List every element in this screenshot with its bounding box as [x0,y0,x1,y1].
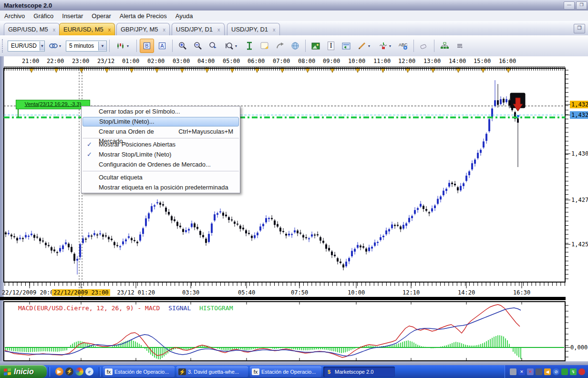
menu-item-ocultar-etiqueta[interactable]: Ocultar etiqueta [83,173,239,182]
menu-item-configuracion-ordenes[interactable]: Configuración de Ordenes de Mercado... [83,160,239,169]
menu-item-mostrar-stop-limite[interactable]: ✓Mostrar Stop/Limite (Neto) [83,150,239,159]
menu-item-cerrar-todas[interactable]: Cerrar todas por el Símbolo... [83,107,239,116]
macd-title: MACD(EUR/USD.Cierre, 12, 26, 9) - MACD [18,304,160,312]
macd-indicator-title: MACD(EUR/USD.Cierre, 12, 26, 9) - MACD S… [18,304,233,312]
marketscope-window: Marketscope 2.0 — ❐ Archivo Gráfico Inse… [0,0,588,378]
shortcut-label: Ctrl+Mayusculas+M [178,127,233,136]
open-position-label[interactable]: Venta(23/12 16:29, -3.3) [16,100,90,109]
check-icon: ✓ [87,150,92,159]
context-menu: Cerrar todas por el Símbolo... Stop/Limi… [81,106,240,193]
menu-item-mostrar-etiqueta[interactable]: Mostrar etiqueta en la posición predeter… [83,183,239,192]
macd-signal-label: SIGNAL [168,304,191,312]
menu-item-stop-limite[interactable]: Stop/Limite (Neto)... [83,117,239,126]
check-icon: ✓ [87,140,92,149]
menu-item-crear-orden[interactable]: Ctrl+Mayusculas+MCrear una Orden de Merc… [83,127,239,136]
menu-item-mostrar-posiciones[interactable]: ✓Mostrar Posiciones Abiertas [83,140,239,149]
macd-histogram-label: HISTOGRAM [199,304,233,312]
menu-separator [83,171,239,171]
